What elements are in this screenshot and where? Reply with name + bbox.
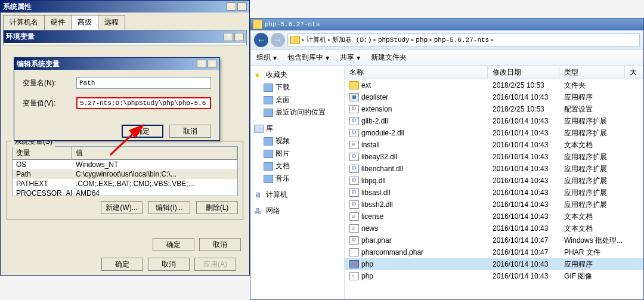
file-row[interactable]: libsasl.dll2016/10/14 10:43应用程序扩展 [345, 187, 643, 199]
breadcrumb-item[interactable]: 计算机 [306, 35, 326, 44]
dll-icon [349, 177, 359, 185]
breadcrumb-item[interactable]: php [416, 36, 428, 44]
explorer-main: 名称 修改日期 类型 大 ext2018/2/25 10:53文件夹deplis… [345, 66, 643, 299]
sidebar-item[interactable]: 图片 [252, 147, 343, 160]
header-size[interactable]: 大 [625, 66, 643, 79]
breadcrumb-folder-icon [290, 36, 300, 44]
edit-titlebar: 编辑系统变量 ? X [14, 58, 219, 70]
env-ok-button[interactable]: 确定 [153, 238, 194, 251]
edit-help-button[interactable]: ? [197, 60, 206, 68]
forward-button[interactable]: → [271, 33, 285, 47]
sidebar-item[interactable]: 最近访问的位置 [252, 106, 343, 119]
organize-menu[interactable]: 组织 ▾ [256, 52, 277, 63]
env-cancel-button[interactable]: 取消 [199, 238, 241, 251]
breadcrumb-item[interactable]: 新加卷 (D:) [332, 35, 371, 44]
tab-2[interactable]: 高级 [71, 15, 98, 30]
breadcrumb-item[interactable]: php-5.6.27-nts [434, 36, 489, 44]
sidebar-item[interactable]: 下载 [252, 81, 343, 94]
new-folder-button[interactable]: 新建文件夹 [371, 52, 407, 63]
file-row[interactable]: install2016/10/14 10:43文本文档 [345, 139, 643, 151]
sidebar-item[interactable]: 文档 [252, 160, 343, 172]
close-button[interactable]: X [237, 2, 247, 11]
star-icon: ★ [254, 71, 264, 79]
header-type[interactable]: 类型 [559, 66, 625, 79]
sysprop-tabs: 计算机名硬件高级远程 [3, 15, 247, 30]
value-row: 变量值(V): [23, 97, 211, 109]
sysvar-row[interactable]: PROCESSOR_AR...AMD64 [13, 188, 237, 196]
tab-1[interactable]: 硬件 [44, 15, 72, 30]
folder-icon [264, 83, 273, 92]
explorer-title: php-5.6.27-nts [265, 21, 641, 28]
txt-icon [349, 141, 359, 149]
sidebar-group[interactable]: 🖧网络 [252, 205, 343, 217]
name-label: 变量名(N): [23, 78, 76, 88]
breadcrumb-separator-icon: ▸ [411, 36, 415, 44]
share-menu[interactable]: 共享 ▾ [340, 52, 360, 63]
explorer-nav: ← → ▸计算机▸新加卷 (D:)▸phpStudy▸php▸php-5.6.2… [250, 30, 643, 50]
env-close-button[interactable]: X [234, 33, 244, 41]
folder-icon [264, 175, 273, 183]
header-variable[interactable]: 变量 [13, 147, 72, 159]
sysprop-titlebar: 系统属性 ? X [1, 1, 249, 13]
file-row[interactable]: phar.phar2016/10/14 10:47Windows 批处理... [345, 234, 643, 246]
tab-0[interactable]: 计算机名 [3, 15, 45, 30]
computer-icon: 🖥 [254, 191, 264, 199]
header-value[interactable]: 值 [72, 147, 237, 159]
tab-3[interactable]: 远程 [98, 15, 125, 30]
file-row[interactable]: libssh2.dll2016/10/14 10:43应用程序扩展 [345, 199, 643, 211]
env-help-button[interactable]: ? [224, 33, 233, 41]
edit-close-button[interactable]: X [208, 60, 217, 68]
sysvar-row[interactable]: OSWindows_NT [13, 160, 237, 169]
file-row[interactable]: libeay32.dll2016/10/14 10:43应用程序扩展 [345, 151, 643, 163]
edit-button[interactable]: 编辑(I)... [148, 201, 190, 214]
sysprop-cancel-button[interactable]: 取消 [148, 258, 190, 271]
sidebar-item[interactable]: 视频 [252, 135, 343, 147]
sysvar-row[interactable]: PATHEXT.COM;.EXE;.BAT;.CMD;.VBS;.VBE;... [13, 179, 237, 188]
sysprop-ok-button[interactable]: 确定 [101, 258, 143, 271]
file-row[interactable]: glib-2.dll2016/10/14 10:43应用程序扩展 [345, 115, 643, 127]
txt-icon [349, 224, 359, 233]
file-row[interactable]: ext2018/2/25 10:53文件夹 [345, 79, 643, 91]
header-name[interactable]: 名称 [345, 66, 488, 79]
sysprop-apply-button[interactable]: 应用(A) [194, 258, 236, 271]
file-row[interactable]: deplister2016/10/14 10:43应用程序 [345, 91, 643, 103]
variable-name-input[interactable] [76, 77, 211, 89]
txt-icon [349, 212, 359, 221]
sysprop-dialog-buttons: 确定 取消 应用(A) [101, 258, 236, 271]
file-row[interactable]: libpq.dll2016/10/14 10:43应用程序扩展 [345, 175, 643, 187]
include-library-menu[interactable]: 包含到库中 ▾ [287, 52, 329, 63]
sidebar-item[interactable]: 音乐 [252, 172, 343, 185]
file-row[interactable]: license2016/10/14 10:43文本文档 [345, 211, 643, 222]
help-button[interactable]: ? [227, 2, 236, 11]
sysvars-buttons: 新建(W)... 编辑(I)... 删除(L) [12, 201, 238, 214]
sidebar-group[interactable]: 🖥计算机 [252, 188, 343, 201]
new-button[interactable]: 新建(W)... [101, 201, 143, 214]
file-row[interactable]: extension2018/2/25 10:53配置设置 [345, 103, 643, 115]
edit-cancel-button[interactable]: 取消 [169, 125, 211, 138]
back-button[interactable]: ← [254, 33, 268, 47]
annotation-arrow-icon [101, 122, 149, 158]
header-date[interactable]: 修改日期 [488, 66, 559, 79]
sysvar-row[interactable]: PathC:\cygwinroot\usr\local\bin;C:\... [13, 169, 237, 179]
sysprop-title: 系统属性 [3, 2, 225, 12]
edit-title: 编辑系统变量 [17, 59, 196, 69]
file-list-header: 名称 修改日期 类型 大 [345, 66, 643, 79]
breadcrumb[interactable]: ▸计算机▸新加卷 (D:)▸phpStudy▸php▸php-5.6.27-nt… [287, 33, 640, 47]
sidebar-group[interactable]: 库 [252, 122, 343, 135]
breadcrumb-item[interactable]: phpStudy [378, 36, 410, 44]
file-row[interactable]: gmodule-2.dll2016/10/14 10:43应用程序扩展 [345, 127, 643, 139]
sidebar-item[interactable]: 桌面 [252, 94, 343, 106]
folder-icon [264, 109, 273, 117]
file-row[interactable]: news2016/10/14 10:43文本文档 [345, 222, 643, 234]
delete-button[interactable]: 删除(L) [196, 201, 238, 214]
file-row[interactable]: php2016/10/14 10:43GIF 图像 [345, 270, 643, 282]
variable-value-input[interactable] [76, 97, 211, 109]
file-row[interactable]: php2016/10/14 10:43应用程序 [345, 258, 643, 270]
folder-icon [264, 137, 273, 146]
file-row[interactable]: pharcommand.phar2016/10/14 10:47PHAR 文件 [345, 246, 643, 258]
env-titlebar: 环境变量 ? X [4, 30, 246, 43]
sidebar-group[interactable]: ★收藏夹 [252, 69, 343, 81]
dll-icon [349, 188, 359, 197]
file-row[interactable]: libenchant.dll2016/10/14 10:43应用程序扩展 [345, 163, 643, 175]
lib-icon [254, 125, 264, 133]
